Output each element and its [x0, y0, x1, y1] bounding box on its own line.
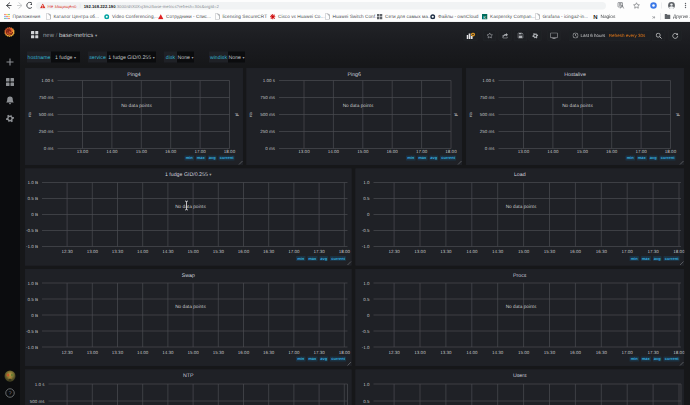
svg-text:No data points: No data points [121, 103, 152, 109]
svg-text:1.0: 1.0 [363, 281, 369, 286]
svg-text:1.00 s: 1.00 s [263, 78, 276, 83]
svg-text:250 ms: 250 ms [260, 129, 275, 134]
svg-text:pl: pl [453, 113, 458, 116]
svg-text:14:00: 14:00 [466, 249, 477, 254]
svg-text:rta: rta [248, 112, 253, 117]
svg-text:No data points: No data points [343, 103, 374, 109]
svg-text:1.0 B: 1.0 B [27, 180, 38, 185]
svg-text:16:00: 16:00 [570, 350, 581, 355]
svg-text:13:30: 13:30 [112, 249, 123, 254]
svg-text:17:30: 17:30 [313, 350, 324, 355]
svg-text:1.00 s: 1.00 s [41, 78, 54, 83]
svg-text:16:30: 16:30 [596, 350, 607, 355]
svg-text:18:00: 18:00 [224, 149, 235, 154]
svg-text:0.5: 0.5 [363, 297, 369, 302]
svg-text:15:00: 15:00 [136, 149, 147, 154]
svg-text:-0.5: -0.5 [362, 228, 370, 233]
svg-text:15:30: 15:30 [544, 249, 555, 254]
svg-text:-0.5 B: -0.5 B [26, 228, 38, 233]
svg-text:0.5: 0.5 [363, 196, 369, 201]
svg-text:K: K [483, 14, 486, 19]
svg-text:No data points: No data points [175, 304, 206, 310]
svg-text:15:00: 15:00 [518, 249, 529, 254]
svg-text:15:00: 15:00 [187, 249, 198, 254]
svg-text:17:00: 17:00 [635, 149, 646, 154]
svg-text:rta: rta [468, 112, 473, 117]
svg-text:15:30: 15:30 [213, 350, 224, 355]
svg-text:500 ms: 500 ms [480, 112, 495, 117]
svg-text:16:00: 16:00 [570, 249, 581, 254]
svg-text:16:00: 16:00 [165, 149, 176, 154]
svg-text:15:00: 15:00 [357, 149, 368, 154]
svg-text:15:00: 15:00 [518, 350, 529, 355]
svg-text:No data points: No data points [562, 103, 593, 109]
svg-text:14:00: 14:00 [137, 350, 148, 355]
svg-text:pl: pl [675, 113, 680, 116]
svg-text:15:30: 15:30 [213, 249, 224, 254]
svg-text:13:30: 13:30 [112, 350, 123, 355]
svg-text:-1.0: -1.0 [362, 244, 370, 249]
svg-text:16:00: 16:00 [606, 149, 617, 154]
svg-text:12:30: 12:30 [388, 249, 399, 254]
svg-text:18:00: 18:00 [339, 249, 350, 254]
svg-text:250 ms: 250 ms [39, 129, 54, 134]
svg-text:1.0 B: 1.0 B [27, 281, 38, 286]
svg-text:17:00: 17:00 [416, 149, 427, 154]
svg-text:-1.0 B: -1.0 B [26, 345, 38, 350]
svg-text:13:00: 13:00 [414, 350, 425, 355]
svg-text:16:30: 16:30 [596, 249, 607, 254]
svg-text:No data points: No data points [506, 204, 537, 210]
svg-text:1.0: 1.0 [363, 180, 369, 185]
svg-text:14:00: 14:00 [137, 249, 148, 254]
svg-text:16:00: 16:00 [238, 350, 249, 355]
svg-text:14:30: 14:30 [162, 350, 173, 355]
svg-text:1.0 s: 1.0 s [35, 382, 45, 387]
svg-text:250 ms: 250 ms [480, 129, 495, 134]
svg-text:14:30: 14:30 [492, 350, 503, 355]
svg-text:13:00: 13:00 [414, 249, 425, 254]
svg-text:?: ? [8, 391, 11, 397]
svg-text:13:30: 13:30 [440, 249, 451, 254]
svg-text:17:30: 17:30 [647, 350, 658, 355]
svg-text:750 ms: 750 ms [39, 95, 54, 100]
svg-text:0 ms: 0 ms [44, 146, 54, 151]
svg-text:17:00: 17:00 [288, 249, 299, 254]
svg-text:18:00: 18:00 [445, 149, 456, 154]
svg-text:18:00: 18:00 [665, 149, 676, 154]
svg-text:0.5 B: 0.5 B [27, 196, 38, 201]
svg-text:18:00: 18:00 [339, 350, 350, 355]
svg-text:12:30: 12:30 [61, 249, 72, 254]
svg-text:12:30: 12:30 [61, 350, 72, 355]
svg-text:0 B: 0 B [31, 212, 38, 217]
svg-text:-0.5: -0.5 [362, 329, 370, 334]
svg-text:14:30: 14:30 [492, 249, 503, 254]
svg-text:13:00: 13:00 [298, 149, 309, 154]
svg-text:15:00: 15:00 [577, 149, 588, 154]
svg-text:17:00: 17:00 [288, 350, 299, 355]
svg-text:0 ms: 0 ms [485, 146, 495, 151]
svg-text:17:30: 17:30 [313, 249, 324, 254]
svg-text:1.00 s: 1.00 s [482, 78, 495, 83]
svg-text:750 ms: 750 ms [260, 95, 275, 100]
svg-text:14:30: 14:30 [162, 249, 173, 254]
svg-text:rta: rta [27, 112, 32, 117]
svg-text:13:00: 13:00 [87, 249, 98, 254]
svg-text:750 ms: 750 ms [480, 95, 495, 100]
svg-text:17:00: 17:00 [194, 149, 205, 154]
svg-text:15:30: 15:30 [544, 350, 555, 355]
svg-text:15:00: 15:00 [187, 350, 198, 355]
svg-text:N: N [593, 14, 597, 20]
svg-text:0 B: 0 B [31, 313, 38, 318]
svg-text:0.5 B: 0.5 B [27, 297, 38, 302]
svg-text:500 ms: 500 ms [260, 112, 275, 117]
svg-text:17:00: 17:00 [622, 249, 633, 254]
svg-text:500 ms: 500 ms [39, 112, 54, 117]
svg-text:12:30: 12:30 [388, 350, 399, 355]
svg-text:pl: pl [234, 113, 239, 116]
svg-text:14:00: 14:00 [547, 149, 558, 154]
svg-text:16:30: 16:30 [263, 249, 274, 254]
svg-text:No data points: No data points [175, 204, 206, 210]
svg-text:16:00: 16:00 [387, 149, 398, 154]
svg-text:0 ms: 0 ms [265, 146, 275, 151]
svg-text:14:00: 14:00 [466, 350, 477, 355]
